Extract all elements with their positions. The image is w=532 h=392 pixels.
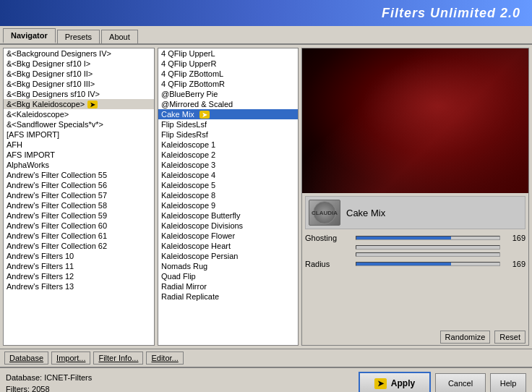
slider-track-2[interactable] [356, 245, 500, 250]
filter-item[interactable]: Flip SidesRsf [158, 129, 298, 140]
filter-item-cake-mix[interactable]: Cake Mix ➤ [158, 109, 298, 119]
apply-area: ➤ Apply Cancel Help [359, 372, 526, 392]
randomize-button[interactable]: Randomize [440, 331, 491, 344]
tab-about[interactable]: About [101, 30, 138, 43]
arrow-badge: ➤ [200, 111, 210, 119]
filter-item[interactable]: Quad Flip [158, 271, 298, 281]
filter-item[interactable]: Kaleidoscope Butterfly [158, 210, 298, 221]
filter-item[interactable]: Radial Replicate [158, 291, 298, 302]
filter-list-panel: 4 QFlip UpperL 4 QFlip UpperR 4 QFlip ZB… [158, 48, 299, 346]
filter-item[interactable]: Kaleidoscope Persian [158, 251, 298, 261]
radius-value: 169 [500, 260, 525, 268]
preview-image [302, 48, 528, 193]
list-item[interactable]: Andrew's Filter Collection 56 [4, 180, 154, 190]
list-item[interactable]: Andrew's Filter Collection 61 [4, 231, 154, 241]
filter-info-button[interactable]: Filter Info... [93, 351, 143, 365]
filter-item[interactable]: Radial Mirror [158, 281, 298, 291]
database-button[interactable]: Database [4, 351, 48, 365]
arrow-badge: ➤ [87, 101, 98, 108]
filter-item[interactable]: Kaleidoscope 2 [158, 150, 298, 160]
list-item[interactable]: Andrew's Filter Collection 62 [4, 241, 154, 251]
list-item[interactable]: &<Background Designers IV> [4, 48, 154, 59]
list-item[interactable]: Andrew's Filters 12 [4, 271, 154, 281]
list-item[interactable]: &<Bkg Designer sf10 III> [4, 79, 154, 89]
list-item[interactable]: [AFS IMPORT] [4, 129, 154, 140]
title-bar: Filters Unlimited 2.0 [0, 0, 532, 26]
list-item[interactable]: Andrew's Filter Collection 57 [4, 190, 154, 200]
filter-item[interactable]: Flip SidesLsf [158, 119, 298, 129]
app-title: Filters Unlimited 2.0 [382, 6, 520, 21]
list-item[interactable]: Andrew's Filters 10 [4, 251, 154, 261]
database-info: Database: ICNET-Filters [6, 372, 359, 384]
slider-row-2 [305, 245, 525, 250]
filter-item[interactable]: Nomads Rug [158, 261, 298, 271]
ghosting-label: Ghosting [305, 234, 356, 242]
filter-list-scroll[interactable]: 4 QFlip UpperL 4 QFlip UpperR 4 QFlip ZB… [158, 48, 298, 345]
tab-bar: Navigator Presets About [0, 26, 532, 45]
editor-button[interactable]: Editor... [146, 351, 183, 365]
slider-row-3 [305, 252, 525, 257]
filter-item[interactable]: Kaleidoscope Flower [158, 231, 298, 241]
filter-item[interactable]: Kaleidoscope 8 [158, 190, 298, 200]
filter-item[interactable]: Kaleidoscope 5 [158, 180, 298, 190]
ghosting-value: 169 [500, 234, 525, 242]
category-list-panel: &<Background Designers IV> &<Bkg Designe… [3, 48, 155, 346]
ghosting-slider-row: Ghosting 169 [305, 234, 525, 242]
apply-arrow-badge: ➤ [374, 378, 387, 389]
filter-logo-row: CLAUDIA Cake Mix [305, 196, 525, 229]
list-item[interactable]: &<Sandflower Specials*v*> [4, 119, 154, 129]
filter-item[interactable]: @Mirrored & Scaled [158, 99, 298, 109]
filters-label: Filters: [6, 385, 30, 392]
ghosting-track[interactable] [356, 236, 500, 240]
filter-item[interactable]: @BlueBerry Pie [158, 89, 298, 99]
list-item[interactable]: &<Bkg Designer sf10 II> [4, 69, 154, 79]
database-label: Database: [6, 373, 42, 382]
filter-item[interactable]: 4 QFlip ZBottomR [158, 79, 298, 89]
status-info: Database: ICNET-Filters Filters: 2058 [6, 372, 359, 393]
filter-item[interactable]: Kaleidoscope Heart [158, 241, 298, 251]
list-item[interactable]: AFS IMPORT [4, 150, 154, 160]
help-button[interactable]: Help [490, 373, 526, 392]
filter-item[interactable]: Kaleidoscope 1 [158, 140, 298, 150]
list-item[interactable]: &<Bkg Designer sf10 I> [4, 59, 154, 69]
tab-presets[interactable]: Presets [57, 30, 100, 43]
list-item[interactable]: Andrew's Filter Collection 59 [4, 210, 154, 221]
filters-info: Filters: 2058 [6, 383, 359, 392]
import-button[interactable]: Import... [51, 351, 90, 365]
slider-track-3[interactable] [356, 252, 500, 257]
list-item[interactable]: Andrew's Filters 13 [4, 281, 154, 291]
list-item-bkg-kaleidoscope[interactable]: &<Bkg Kaleidoscope> ➤ [4, 99, 154, 109]
list-item[interactable]: AlphaWorks [4, 160, 154, 170]
filter-item[interactable]: Kaleidoscope 9 [158, 200, 298, 210]
filter-item[interactable]: 4 QFlip UpperR [158, 59, 298, 69]
filter-item[interactable]: 4 QFlip ZBottomL [158, 69, 298, 79]
list-item[interactable]: AFH [4, 140, 154, 150]
filter-logo: CLAUDIA [309, 200, 340, 226]
right-action-bar: Randomize Reset [302, 329, 528, 345]
main-content: &<Background Designers IV> &<Bkg Designe… [0, 45, 532, 349]
category-list-scroll[interactable]: &<Background Designers IV> &<Bkg Designe… [4, 48, 154, 345]
list-item[interactable]: Andrew's Filter Collection 58 [4, 200, 154, 210]
reset-button[interactable]: Reset [494, 331, 525, 344]
filter-info-area: CLAUDIA Cake Mix Ghosting 169 [302, 193, 528, 329]
database-value: ICNET-Filters [44, 373, 92, 382]
cancel-button[interactable]: Cancel [435, 373, 486, 392]
list-item[interactable]: Andrew's Filter Collection 55 [4, 170, 154, 180]
list-item[interactable]: &<Kaleidoscope> [4, 109, 154, 119]
filter-item[interactable]: Kaleidoscope 3 [158, 160, 298, 170]
filter-item[interactable]: Kaleidoscope Divisions [158, 221, 298, 231]
radius-track[interactable] [356, 262, 500, 266]
tab-navigator[interactable]: Navigator [3, 28, 56, 43]
radius-label: Radius [305, 260, 356, 268]
filter-logo-text: CLAUDIA [312, 210, 338, 216]
filter-item[interactable]: 4 QFlip UpperL [158, 48, 298, 59]
list-item[interactable]: &<Bkg Designers sf10 IV> [4, 89, 154, 99]
filter-item[interactable]: Kaleidoscope 4 [158, 170, 298, 180]
list-item[interactable]: Andrew's Filter Collection 60 [4, 221, 154, 231]
apply-label: Apply [391, 378, 415, 388]
action-bar: Database Import... Filter Info... Editor… [0, 349, 532, 367]
radius-slider-row: Radius 169 [305, 260, 525, 268]
list-item[interactable]: Andrew's Filters 11 [4, 261, 154, 271]
apply-button[interactable]: ➤ Apply [359, 372, 431, 392]
filter-name-display: Cake Mix [346, 208, 385, 218]
